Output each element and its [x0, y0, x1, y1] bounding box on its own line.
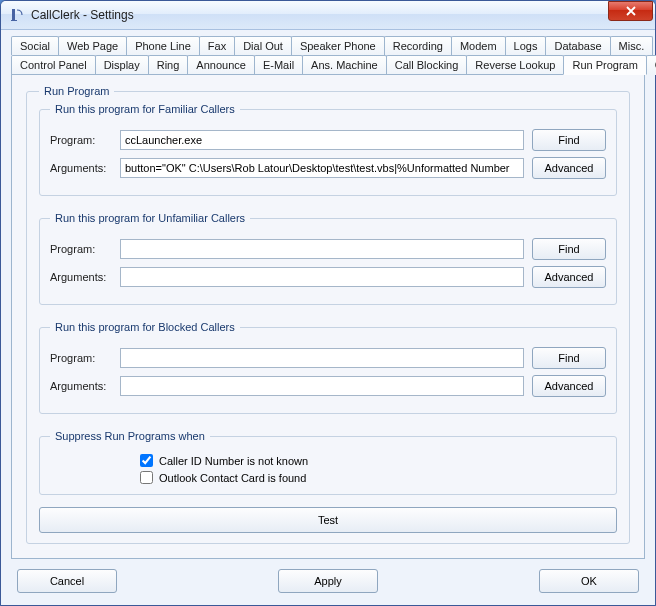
tab-web-page[interactable]: Web Page [58, 36, 127, 55]
group-run-program: Run Program Run this program for Familia… [26, 85, 630, 544]
tab-social[interactable]: Social [11, 36, 59, 55]
familiar-arguments-input[interactable] [120, 158, 524, 178]
settings-window: CallClerk - Settings SocialWeb PagePhone… [0, 0, 656, 606]
dialog-button-bar: Cancel Apply OK [11, 559, 645, 597]
suppress-outlook-label[interactable]: Outlook Contact Card is found [159, 472, 306, 484]
tab-outlook[interactable]: Outlook [646, 55, 656, 75]
group-blocked: Run this program for Blocked Callers Pro… [39, 321, 617, 414]
unfamiliar-advanced-button[interactable]: Advanced [532, 266, 606, 288]
blocked-program-input[interactable] [120, 348, 524, 368]
unfamiliar-arguments-label: Arguments: [50, 271, 112, 283]
group-familiar: Run this program for Familiar Callers Pr… [39, 103, 617, 196]
group-suppress: Suppress Run Programs when Caller ID Num… [39, 430, 617, 495]
blocked-advanced-button[interactable]: Advanced [532, 375, 606, 397]
tab-announce[interactable]: Announce [187, 55, 255, 75]
cancel-button[interactable]: Cancel [17, 569, 117, 593]
tab-ring[interactable]: Ring [148, 55, 189, 75]
tab-dial-out[interactable]: Dial Out [234, 36, 292, 55]
close-icon [625, 6, 637, 16]
tab-display[interactable]: Display [95, 55, 149, 75]
tab-body-run-program: Run Program Run this program for Familia… [11, 74, 645, 559]
tab-recording[interactable]: Recording [384, 36, 452, 55]
window-title: CallClerk - Settings [31, 8, 608, 22]
unfamiliar-find-button[interactable]: Find [532, 238, 606, 260]
familiar-arguments-label: Arguments: [50, 162, 112, 174]
familiar-program-label: Program: [50, 134, 112, 146]
unfamiliar-program-label: Program: [50, 243, 112, 255]
tab-strip: SocialWeb PagePhone LineFaxDial OutSpeak… [11, 36, 645, 75]
tab-fax[interactable]: Fax [199, 36, 235, 55]
blocked-arguments-label: Arguments: [50, 380, 112, 392]
familiar-program-input[interactable] [120, 130, 524, 150]
unfamiliar-arguments-input[interactable] [120, 267, 524, 287]
svg-rect-1 [11, 20, 17, 21]
tab-reverse-lookup[interactable]: Reverse Lookup [466, 55, 564, 75]
familiar-advanced-button[interactable]: Advanced [532, 157, 606, 179]
group-blocked-legend: Run this program for Blocked Callers [50, 321, 240, 333]
group-run-program-legend: Run Program [39, 85, 114, 97]
ok-button[interactable]: OK [539, 569, 639, 593]
suppress-outlook-checkbox[interactable] [140, 471, 153, 484]
tab-run-program[interactable]: Run Program [563, 55, 646, 75]
tab-phone-line[interactable]: Phone Line [126, 36, 200, 55]
familiar-find-button[interactable]: Find [532, 129, 606, 151]
tab-ans-machine[interactable]: Ans. Machine [302, 55, 387, 75]
tab-logs[interactable]: Logs [505, 36, 547, 55]
blocked-arguments-input[interactable] [120, 376, 524, 396]
tab-call-blocking[interactable]: Call Blocking [386, 55, 468, 75]
titlebar: CallClerk - Settings [1, 1, 655, 30]
close-button[interactable] [608, 1, 653, 21]
group-unfamiliar: Run this program for Unfamiliar Callers … [39, 212, 617, 305]
tab-speaker-phone[interactable]: Speaker Phone [291, 36, 385, 55]
suppress-callerid-label[interactable]: Caller ID Number is not known [159, 455, 308, 467]
group-unfamiliar-legend: Run this program for Unfamiliar Callers [50, 212, 250, 224]
app-icon [9, 7, 25, 23]
tab-control-panel[interactable]: Control Panel [11, 55, 96, 75]
svg-rect-0 [12, 9, 15, 21]
group-familiar-legend: Run this program for Familiar Callers [50, 103, 240, 115]
tab-modem[interactable]: Modem [451, 36, 506, 55]
blocked-program-label: Program: [50, 352, 112, 364]
unfamiliar-program-input[interactable] [120, 239, 524, 259]
suppress-callerid-checkbox[interactable] [140, 454, 153, 467]
test-button[interactable]: Test [39, 507, 617, 533]
blocked-find-button[interactable]: Find [532, 347, 606, 369]
tab-misc-[interactable]: Misc. [610, 36, 654, 55]
apply-button[interactable]: Apply [278, 569, 378, 593]
content-area: SocialWeb PagePhone LineFaxDial OutSpeak… [1, 30, 655, 605]
group-suppress-legend: Suppress Run Programs when [50, 430, 210, 442]
tab-e-mail[interactable]: E-Mail [254, 55, 303, 75]
tab-database[interactable]: Database [545, 36, 610, 55]
